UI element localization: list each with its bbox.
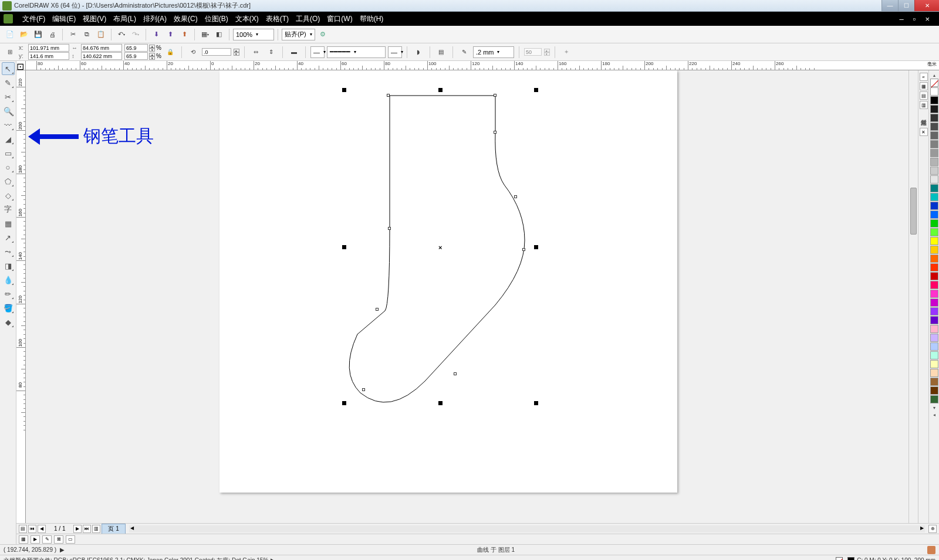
no-color-swatch[interactable]	[930, 79, 938, 87]
selection-handle-se[interactable]	[534, 401, 538, 405]
interactive-tool[interactable]: ◨	[2, 259, 15, 272]
align-button[interactable]: ▤	[435, 46, 448, 59]
menu-edit[interactable]: 编辑(E)	[49, 14, 79, 24]
menu-file[interactable]: 文件(F)	[19, 14, 49, 24]
palette-up-button[interactable]: ▴	[930, 72, 938, 79]
color-swatch[interactable]	[930, 369, 938, 377]
canvas[interactable]: × 钢笔工具	[26, 70, 908, 523]
text-tool[interactable]: 字	[2, 203, 15, 216]
height-field[interactable]: 140.622 mm	[81, 52, 122, 60]
scale-y-field[interactable]: 65.9	[124, 52, 148, 60]
curve-node[interactable]	[494, 131, 496, 134]
menu-table[interactable]: 表格(T)	[262, 14, 292, 24]
curve-node[interactable]	[376, 308, 379, 311]
color-swatch[interactable]	[930, 202, 938, 210]
color-swatch[interactable]	[930, 219, 938, 228]
sock-curve-object[interactable]	[343, 88, 554, 428]
dimension-tool[interactable]: ↗	[2, 231, 15, 244]
color-swatch[interactable]	[930, 140, 938, 148]
color-swatch[interactable]	[930, 184, 938, 192]
zoom-combo[interactable]: 100%▾	[233, 29, 274, 40]
horizontal-ruler[interactable]: 8060402002040608010012014016018020022024…	[26, 61, 939, 70]
fill-indicator[interactable]	[836, 557, 843, 561]
convert-to-curves-button[interactable]: ✦	[560, 46, 573, 59]
color-swatch[interactable]	[930, 131, 938, 140]
menu-help[interactable]: 帮助(H)	[356, 14, 387, 24]
color-swatch[interactable]	[930, 395, 938, 403]
line-end-combo[interactable]: —▾	[388, 46, 402, 58]
menu-window[interactable]: 窗口(W)	[323, 14, 356, 24]
view-button-1[interactable]: ▦	[19, 535, 28, 544]
color-swatch[interactable]	[930, 193, 938, 201]
last-page-button[interactable]: ⏭	[83, 525, 91, 533]
mdi-close-button[interactable]: ×	[921, 15, 933, 23]
open-button[interactable]: 📂	[18, 28, 31, 41]
view-button-5[interactable]: ▭	[66, 535, 75, 544]
new-button[interactable]: 📄	[4, 28, 16, 41]
close-button[interactable]: ✕	[914, 0, 939, 11]
polygon-tool[interactable]: ⬠	[2, 175, 15, 188]
x-position-field[interactable]: 101.971 mm	[28, 44, 69, 52]
print-button[interactable]: 🖨	[46, 28, 59, 41]
copy-button[interactable]: ⧉	[80, 28, 93, 41]
outline-indicator[interactable]	[847, 557, 854, 561]
color-swatch[interactable]	[930, 123, 938, 131]
basic-shapes-tool[interactable]: ◇	[2, 189, 15, 202]
curve-node[interactable]	[454, 372, 457, 375]
selection-handle-w[interactable]	[342, 245, 346, 249]
color-swatch[interactable]	[930, 254, 938, 263]
redo-button[interactable]: ↷▾	[129, 28, 142, 41]
color-swatch[interactable]	[930, 378, 938, 386]
color-swatch[interactable]	[930, 360, 938, 368]
curve-node[interactable]	[494, 94, 496, 97]
ellipse-tool[interactable]: ○	[2, 161, 15, 174]
menu-bitmap[interactable]: 位图(B)	[201, 14, 232, 24]
add-page-after-button[interactable]: ▥	[92, 525, 100, 533]
shape-tool[interactable]: ✎	[2, 76, 15, 89]
y-position-field[interactable]: 141.6 mm	[28, 52, 69, 60]
fill-tool[interactable]: 🪣	[2, 301, 15, 314]
menu-layout[interactable]: 布局(L)	[110, 14, 140, 24]
wrap-text-button[interactable]: ◗	[412, 46, 425, 59]
color-swatch[interactable]	[930, 246, 938, 254]
freehand-tool[interactable]: 〰	[2, 118, 15, 131]
color-swatch[interactable]	[930, 158, 938, 166]
curve-node[interactable]	[387, 94, 390, 97]
view-button-2[interactable]: ▶	[31, 535, 40, 544]
export-button[interactable]: ⬆	[164, 28, 177, 41]
menu-arrange[interactable]: 排列(A)	[140, 14, 170, 24]
docker-close-button[interactable]: ✕	[920, 128, 928, 136]
color-swatch[interactable]	[930, 149, 938, 157]
minimize-button[interactable]: —	[881, 0, 898, 11]
color-swatch[interactable]	[930, 114, 938, 122]
pick-tool[interactable]: ↖	[2, 62, 15, 75]
smart-fill-tool[interactable]: ◢	[2, 133, 15, 145]
color-swatch[interactable]	[930, 211, 938, 219]
selection-handle-n[interactable]	[438, 88, 443, 92]
mdi-minimize-button[interactable]: –	[896, 15, 907, 23]
docker-button-2[interactable]: ▤	[920, 91, 928, 100]
color-swatch[interactable]	[930, 325, 938, 333]
color-swatch[interactable]	[930, 334, 938, 342]
vertical-ruler[interactable]: 22020018016014012010080	[16, 70, 26, 523]
first-page-button[interactable]: ⏮	[28, 525, 36, 533]
color-swatch[interactable]	[930, 105, 938, 113]
rectangle-tool[interactable]: ▭	[2, 147, 15, 159]
width-field[interactable]: 84.676 mm	[81, 44, 122, 52]
color-swatch[interactable]	[930, 237, 938, 245]
color-swatch[interactable]	[930, 386, 938, 395]
to-front-button[interactable]: ▬	[288, 46, 300, 59]
copies-field[interactable]: 50	[524, 48, 542, 56]
color-swatch[interactable]	[930, 290, 938, 298]
nav-button[interactable]: ⊕	[928, 525, 937, 533]
ruler-origin[interactable]: ⊡	[16, 61, 26, 70]
view-button-3[interactable]: ✎	[42, 535, 52, 544]
lock-ratio-button[interactable]: 🔒	[164, 46, 177, 59]
line-start-combo[interactable]: —▾	[310, 46, 325, 58]
options-button[interactable]: ⚙	[316, 28, 329, 41]
next-page-button[interactable]: ▶	[73, 525, 82, 533]
cut-button[interactable]: ✂	[66, 28, 79, 41]
selection-handle-e[interactable]	[534, 245, 538, 249]
color-swatch[interactable]	[930, 96, 938, 104]
table-tool[interactable]: ▦	[2, 217, 15, 230]
